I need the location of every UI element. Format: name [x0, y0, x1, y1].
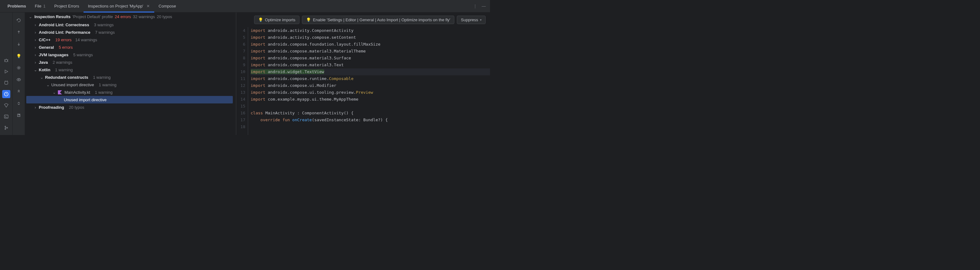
quickfix-toolbar: 💡Optimize imports 💡Enable 'Settings | Ed…	[236, 13, 490, 27]
code-area[interactable]: 456789101112131415161718 import androidx…	[236, 27, 490, 135]
svg-point-4	[5, 129, 6, 130]
svg-point-7	[18, 79, 19, 80]
top-tab-bar: Problems File1 Project Errors Inspection…	[0, 0, 490, 13]
inspection-header[interactable]: ⌄ Inspection Results 'Project Default' p…	[25, 13, 236, 21]
logcat-icon[interactable]	[2, 79, 10, 87]
next-icon[interactable]	[15, 40, 23, 48]
bulb-icon: 💡	[306, 17, 311, 22]
tree-node-cpp[interactable]: ›C/C++ 19 errors 14 warnings	[26, 36, 236, 43]
svg-rect-2	[5, 115, 8, 118]
tab-project-errors[interactable]: Project Errors	[50, 0, 83, 13]
prev-icon[interactable]	[15, 28, 23, 36]
problems-icon[interactable]	[2, 90, 10, 98]
tab-problems[interactable]: Problems	[3, 0, 30, 13]
chevron-down-icon: ⌄	[28, 14, 33, 19]
preview-icon[interactable]	[15, 76, 23, 84]
inspection-results-panel: ⌄ Inspection Results 'Project Default' p…	[25, 13, 236, 135]
svg-point-5	[6, 128, 8, 128]
tree-leaf-selected[interactable]: Unused import directive	[26, 96, 233, 103]
tab-inspections[interactable]: Inspections on Project 'MyApp' ✕	[84, 0, 154, 13]
code-preview-panel: 💡Optimize imports 💡Enable 'Settings | Ed…	[236, 13, 490, 135]
minimize-icon[interactable]: —	[480, 3, 487, 9]
expand-icon[interactable]	[15, 87, 23, 96]
svg-point-6	[18, 67, 19, 68]
bulb-icon[interactable]: 💡	[15, 52, 23, 60]
tree-node-redundant[interactable]: ⌄Redundant constructs 1 warning	[26, 73, 236, 81]
svg-point-0	[5, 59, 8, 62]
kotlin-file-icon	[57, 90, 62, 95]
settings-icon[interactable]	[15, 64, 23, 72]
suppress-button[interactable]: Suppress▾	[457, 16, 485, 24]
inspection-tree: ›Android Lint: Correctness 3 warnings ›A…	[25, 21, 236, 111]
vcs-icon[interactable]	[2, 124, 10, 132]
chevron-down-icon: ▾	[480, 18, 482, 22]
tree-node-proofreading[interactable]: ›Proofreading 20 typos	[26, 103, 236, 111]
tree-node-general[interactable]: ›General 5 errors	[26, 43, 236, 51]
run-icon[interactable]	[2, 68, 10, 76]
more-icon[interactable]: ⋮	[472, 3, 478, 9]
tab-compose[interactable]: Compose	[154, 0, 181, 13]
tree-node-jvm[interactable]: ›JVM languages 5 warnings	[26, 51, 236, 58]
inspection-toolbar: 💡	[13, 13, 25, 135]
code-lines: import androidx.activity.ComponentActivi…	[248, 27, 490, 135]
close-icon[interactable]: ✕	[146, 4, 150, 8]
bug-icon[interactable]	[2, 56, 10, 65]
gutter: 456789101112131415161718	[236, 27, 248, 135]
collapse-icon[interactable]	[15, 99, 23, 107]
tab-file[interactable]: File1	[30, 0, 50, 13]
left-tool-rail	[0, 13, 13, 135]
optimize-imports-button[interactable]: 💡Optimize imports	[254, 16, 300, 24]
tree-node-unused-import[interactable]: ⌄Unused import directive 1 warning	[26, 81, 236, 88]
rerun-icon[interactable]	[15, 16, 23, 24]
tree-node-java[interactable]: ›Java 2 warnings	[26, 58, 236, 66]
enable-setting-button[interactable]: 💡Enable 'Settings | Editor | General | A…	[302, 16, 454, 24]
export-icon[interactable]	[15, 111, 23, 119]
terminal-icon[interactable]	[2, 112, 10, 121]
tree-node-file[interactable]: ⌄MainActivity.kt 1 warning	[26, 88, 236, 96]
tree-node-kotlin[interactable]: ⌄Kotlin 1 warning	[26, 66, 236, 73]
app-quality-icon[interactable]	[2, 101, 10, 109]
tree-node-lint-correctness[interactable]: ›Android Lint: Correctness 3 warnings	[26, 21, 236, 28]
tree-node-lint-performance[interactable]: ›Android Lint: Performance 7 warnings	[26, 28, 236, 36]
svg-point-3	[5, 126, 6, 127]
bulb-icon: 💡	[258, 17, 263, 22]
